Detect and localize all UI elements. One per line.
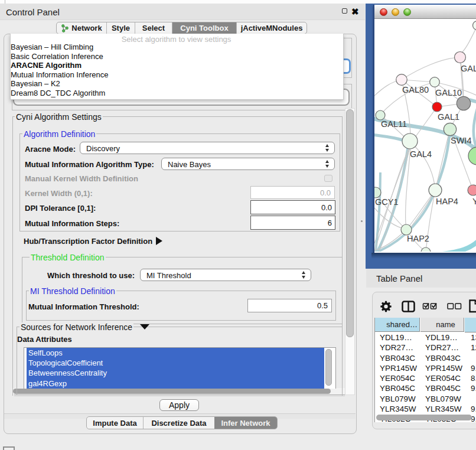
svg-text:SWI4: SWI4: [451, 136, 471, 145]
svg-text:GAL4: GAL4: [410, 149, 432, 159]
svg-text:GCY1: GCY1: [375, 197, 399, 207]
svg-text:Y: Y: [472, 197, 476, 206]
svg-text:HAP4: HAP4: [436, 197, 458, 206]
svg-text:GAL10: GAL10: [435, 88, 462, 97]
svg-text:HAP2: HAP2: [407, 234, 429, 243]
svg-text:GAL80: GAL80: [402, 85, 429, 94]
svg-text:GAL1: GAL1: [438, 112, 459, 122]
svg-text:GAL11: GAL11: [381, 119, 407, 129]
svg-text:GAL7: GAL7: [461, 64, 476, 73]
